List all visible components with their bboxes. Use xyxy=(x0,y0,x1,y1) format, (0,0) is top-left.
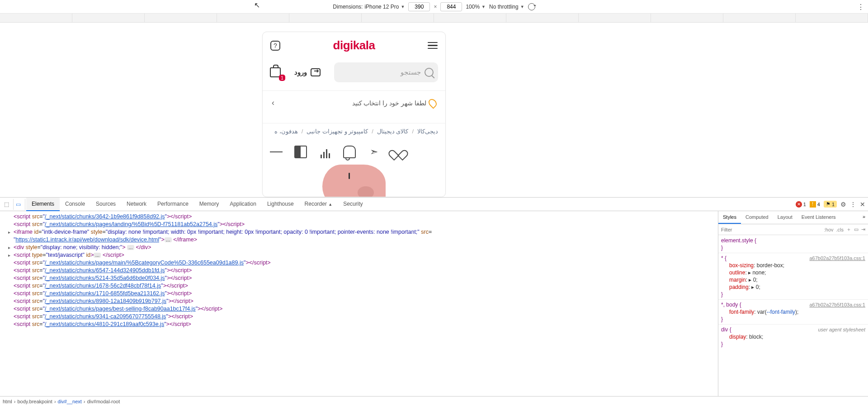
cls-toggle[interactable]: .cls xyxy=(836,227,844,232)
dom-node[interactable]: <div style="display: none; visibility: h… xyxy=(3,244,718,251)
devtools-tabbar: ⬚ ▭ ElementsConsoleSourcesNetworkPerform… xyxy=(0,198,868,211)
brand-logo[interactable]: digikala xyxy=(333,38,375,52)
height-input[interactable] xyxy=(440,2,462,11)
add-rule-icon[interactable]: ＋ xyxy=(846,226,851,233)
breadcrumb-item[interactable]: هدفون، ه xyxy=(274,128,298,135)
styles-tab-event-listeners[interactable]: Event Listeners xyxy=(797,211,840,224)
search-input[interactable]: جستجو xyxy=(334,62,438,82)
chevron-down-icon: ▼ xyxy=(401,5,405,9)
styles-filter-input[interactable] xyxy=(721,227,821,232)
search-placeholder: جستجو xyxy=(401,68,421,76)
cart-badge: 1 xyxy=(279,75,285,81)
dom-node[interactable]: <script src="/_next/static/chunks/9341-c… xyxy=(3,313,718,321)
chevron-left-icon: ‹ xyxy=(272,98,274,108)
dom-node[interactable]: <iframe id="intk-device-frame" style="di… xyxy=(3,228,718,236)
favorite-icon[interactable] xyxy=(392,146,405,158)
tab-lighthouse[interactable]: Lighthouse xyxy=(262,198,299,211)
dimensions-dropdown[interactable]: Dimensions: iPhone 12 Pro ▼ xyxy=(333,4,405,10)
dom-node[interactable]: <script type="text/javascript" id>… </sc… xyxy=(3,251,718,259)
dom-node[interactable]: <script src="/_next/static/chunks/1710-6… xyxy=(3,290,718,297)
zoom-dropdown[interactable]: 100% ▼ xyxy=(466,4,486,10)
issue-count[interactable]: ⚑ 1 xyxy=(824,201,837,208)
gear-icon[interactable]: ⚙ xyxy=(840,201,846,208)
dom-node[interactable]: <script src="/_next/static/chunks/4810-2… xyxy=(3,321,718,328)
login-button[interactable]: ورود xyxy=(294,68,321,76)
rotate-icon[interactable] xyxy=(528,3,535,10)
throttling-dropdown[interactable]: No throttling ▼ xyxy=(489,4,524,10)
list-icon[interactable] xyxy=(270,146,283,158)
tab-memory[interactable]: Memory xyxy=(194,198,224,211)
dom-breadcrumb[interactable]: html›body.breakpoint›div#__next›div#moda… xyxy=(0,396,868,406)
price-chart-icon[interactable] xyxy=(319,146,331,158)
dom-crumb[interactable]: div#__next xyxy=(58,399,82,404)
tab-recorder[interactable]: Recorder ▲ xyxy=(299,198,338,211)
computed-panel-icon[interactable]: ▭ xyxy=(854,227,859,232)
login-label: ورود xyxy=(294,68,307,76)
responsive-ruler xyxy=(0,14,868,23)
dom-node[interactable]: <script src="/_next/static/chunks/pages/… xyxy=(3,305,718,313)
dom-node[interactable]: <script src="/_next/static/chunks/6547-1… xyxy=(3,267,718,274)
more-tabs-icon[interactable]: » xyxy=(860,211,868,224)
close-icon[interactable]: ✕ xyxy=(860,201,865,208)
error-count[interactable]: ✕1 xyxy=(796,201,806,208)
product-image[interactable] xyxy=(270,165,438,197)
earbud-illustration xyxy=(322,165,386,197)
width-input[interactable] xyxy=(408,2,430,11)
styles-pane: StylesComputedLayoutEvent Listeners» :ho… xyxy=(718,211,868,396)
elements-tree[interactable]: <script src="/_next/static/chunks/3642-1… xyxy=(0,211,718,396)
dom-node[interactable]: <script src="/_next/static/chunks/1678-5… xyxy=(3,282,718,290)
breadcrumb-item[interactable]: کالای دیجیتال xyxy=(377,128,409,135)
breadcrumb-item[interactable]: دیجی‌کالا xyxy=(417,128,438,135)
dom-node[interactable]: <script src="/_next/static/chunks/8980-1… xyxy=(3,297,718,305)
menu-icon[interactable] xyxy=(427,40,438,51)
warning-count[interactable]: !4 xyxy=(810,201,820,208)
kebab-icon[interactable]: ⋮ xyxy=(850,201,856,208)
device-frame: ? digikala 1 ورود جستجو ‹ لطفا شهر خود ر… xyxy=(262,32,446,197)
tab-network[interactable]: Network xyxy=(121,198,152,211)
share-icon[interactable]: ➣ xyxy=(368,146,380,158)
throttling-value: No throttling xyxy=(489,4,519,10)
styles-tab-layout[interactable]: Layout xyxy=(773,211,797,224)
panel-toggle-icon[interactable]: ⇥ xyxy=(861,227,865,232)
login-icon xyxy=(311,68,321,76)
bell-icon[interactable] xyxy=(343,146,356,158)
dom-node[interactable]: <script src="/_next/static/chunks/pages/… xyxy=(3,221,718,228)
dom-crumb[interactable]: body.breakpoint xyxy=(17,399,52,404)
search-icon xyxy=(425,68,434,77)
dimension-x: × xyxy=(434,4,437,10)
cart-button[interactable]: 1 xyxy=(270,67,281,77)
tab-sources[interactable]: Sources xyxy=(90,198,121,211)
dom-crumb[interactable]: div#modal-root xyxy=(87,399,120,404)
styles-filter-row: :hov .cls ＋ ▭ ⇥ xyxy=(718,224,868,235)
help-icon[interactable]: ? xyxy=(270,40,281,51)
styles-tab-styles[interactable]: Styles xyxy=(718,211,741,224)
location-icon xyxy=(427,97,438,109)
tab-performance[interactable]: Performance xyxy=(152,198,194,211)
device-name: iPhone 12 Pro xyxy=(364,4,399,10)
chevron-down-icon: ▼ xyxy=(481,5,486,9)
dom-node[interactable]: <script src="/_next/static/chunks/3642-1… xyxy=(3,213,718,221)
dom-crumb[interactable]: html xyxy=(3,399,12,404)
tab-application[interactable]: Application xyxy=(224,198,262,211)
dom-node[interactable]: <script src="/_next/static/chunks/pages/… xyxy=(3,259,718,267)
device-toggle-icon[interactable]: ▭ xyxy=(14,199,25,210)
dom-node[interactable]: "https://static1.intrack.ir/api/web/down… xyxy=(3,236,718,244)
city-selector[interactable]: ‹ لطفا شهر خود را انتخاب کنید xyxy=(270,91,438,115)
tab-security[interactable]: Security xyxy=(338,198,368,211)
hov-toggle[interactable]: :hov xyxy=(824,227,834,232)
breadcrumb[interactable]: دیجی‌کالا/کالای دیجیتال/کامپیوتر و تجهیز… xyxy=(270,123,438,142)
kebab-icon[interactable]: ⋮ xyxy=(857,3,864,11)
compare-icon[interactable] xyxy=(294,146,307,158)
tab-elements[interactable]: Elements xyxy=(26,198,60,211)
dom-node[interactable]: <script src="/_next/static/chunks/5214-3… xyxy=(3,274,718,282)
dimensions-label: Dimensions: xyxy=(333,4,363,10)
styles-rules[interactable]: element.style {}a67b02a27b5f103a.css:1* … xyxy=(718,235,868,396)
styles-tab-computed[interactable]: Computed xyxy=(741,211,773,224)
city-label: لطفا شهر خود را انتخاب کنید xyxy=(352,99,426,107)
tab-console[interactable]: Console xyxy=(60,198,90,211)
devtools-panel: ⬚ ▭ ElementsConsoleSourcesNetworkPerform… xyxy=(0,197,868,406)
breadcrumb-item[interactable]: کامپیوتر و تجهیزات جانبی xyxy=(307,128,368,135)
inspect-icon[interactable]: ⬚ xyxy=(3,199,14,210)
device-toolbar: Dimensions: iPhone 12 Pro ▼ × 100% ▼ No … xyxy=(0,0,868,14)
preview-canvas: ? digikala 1 ورود جستجو ‹ لطفا شهر خود ر… xyxy=(0,23,868,197)
